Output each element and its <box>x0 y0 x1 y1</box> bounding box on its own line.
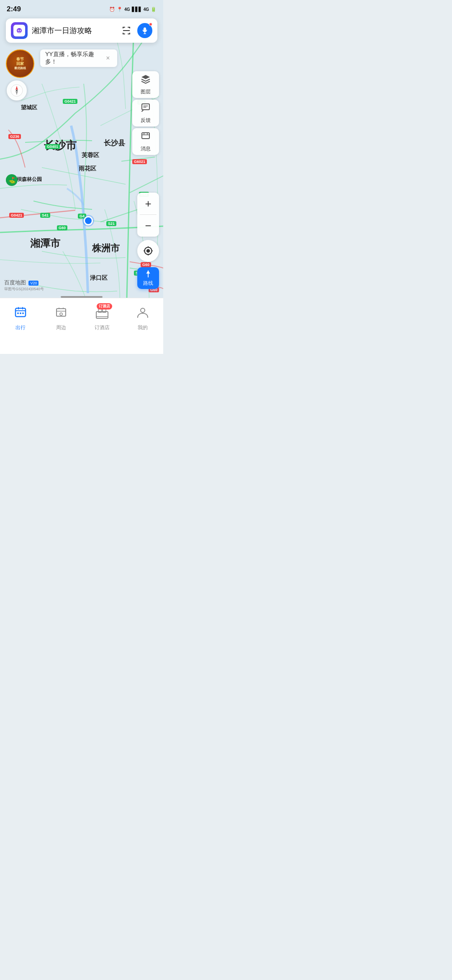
svg-point-8 <box>16 90 18 91</box>
tab-mine-icon-wrap <box>133 302 153 322</box>
zoom-out-button[interactable]: − <box>137 215 159 237</box>
status-bar: 2:49 ⏰ 📍 4G ▋▋▋ 4G 🔋 <box>0 0 163 18</box>
road-badge-g0421-mid: G0421 <box>9 213 24 218</box>
tab-bar: 出行 周边 订酒店 订酒店 <box>0 298 163 354</box>
svg-point-18 <box>17 312 19 314</box>
svg-rect-9 <box>142 104 149 110</box>
location-icon: 📍 <box>117 7 123 12</box>
road-badge-g0401: G0401 <box>45 144 60 149</box>
svg-point-26 <box>141 308 145 312</box>
hotel-badge: 订酒店 <box>97 303 112 309</box>
svg-point-11 <box>146 249 150 253</box>
tab-chuxing-label: 出行 <box>15 324 26 331</box>
ad-banner[interactable]: YY直播，畅享乐趣多！ × <box>40 49 117 67</box>
tab-chuxing[interactable]: 出行 <box>0 302 41 331</box>
tab-hotel-label: 订酒店 <box>95 324 110 331</box>
spring-festival-badge[interactable]: 春节 回家 最优路线 <box>6 49 34 78</box>
feedback-label: 反馈 <box>141 117 151 124</box>
road-badge-s21: S21 <box>106 221 116 226</box>
tab-zhoubian[interactable]: 周边 <box>41 302 82 331</box>
park-icon: ⛳ <box>6 174 18 186</box>
compass-button[interactable] <box>7 80 27 101</box>
svg-point-2 <box>18 30 19 31</box>
svg-point-20 <box>22 312 24 314</box>
tab-zhoubian-icon-wrap <box>51 302 71 322</box>
current-location-dot <box>84 216 93 225</box>
svg-point-3 <box>20 30 21 31</box>
svg-rect-23 <box>96 312 108 318</box>
road-badge-g60-right1: G60 <box>141 262 151 267</box>
route-button[interactable]: 路线 <box>137 267 159 289</box>
ai-avatar <box>11 22 28 39</box>
network-4g: 4G <box>124 7 130 12</box>
map-copyright: 审图号GS(2024)0540号 <box>4 286 44 292</box>
road-badge-g6021: G6021 <box>132 159 147 164</box>
ad-close-button[interactable]: × <box>104 54 112 62</box>
layers-button[interactable]: 图层 <box>132 71 159 98</box>
search-bar[interactable]: 湘潭市一日游攻略 <box>6 18 157 43</box>
tab-mine[interactable]: 我的 <box>123 302 164 331</box>
alarm-icon: ⏰ <box>109 7 115 12</box>
route-label: 路线 <box>143 280 153 287</box>
feedback-button[interactable]: 反馈 <box>132 100 159 126</box>
battery-icon: 🔋 <box>151 7 157 12</box>
scan-button[interactable] <box>120 24 133 37</box>
message-button[interactable]: 消息 <box>132 128 159 155</box>
message-icon <box>141 131 151 144</box>
road-badge-g236: G236 <box>8 134 21 139</box>
zoom-controls: + − <box>137 193 159 237</box>
map-attribution: 百度地图 V20 审图号GS(2024)0540号 <box>4 279 44 292</box>
road-badge-s41: S41 <box>40 213 50 218</box>
message-label: 消息 <box>141 145 151 152</box>
tab-hotel[interactable]: 订酒店 订酒店 <box>82 302 123 331</box>
road-badge-g60-left: G60 <box>57 225 67 230</box>
my-location-button[interactable] <box>137 240 159 262</box>
layers-icon <box>141 74 151 87</box>
zoom-in-button[interactable]: + <box>137 193 159 214</box>
tab-mine-label: 我的 <box>138 324 148 331</box>
map-version: V20 <box>28 281 39 286</box>
road-badge-g0421-top: G0421 <box>63 99 77 104</box>
tab-zhoubian-label: 周边 <box>56 324 66 331</box>
spring-badge-text2: 回家 <box>16 62 24 66</box>
map-brand: 百度地图 <box>4 279 26 286</box>
status-icons: ⏰ 📍 4G ▋▋▋ 4G 🔋 <box>109 7 157 12</box>
tab-chuxing-icon-wrap <box>10 302 31 322</box>
svg-point-22 <box>60 313 62 315</box>
tab-hotel-icon-wrap: 订酒店 <box>92 302 112 322</box>
ad-text: YY直播，畅享乐趣多！ <box>45 51 104 66</box>
feedback-icon <box>141 103 151 115</box>
layers-label: 图层 <box>141 88 151 95</box>
signal-bars: ▋▋▋ <box>132 7 142 12</box>
status-time: 2:49 <box>7 5 21 13</box>
network-4g2: 4G <box>144 7 149 12</box>
svg-point-19 <box>20 312 21 314</box>
mic-badge <box>149 23 152 26</box>
svg-rect-10 <box>142 133 149 139</box>
spring-badge-text1: 春节 <box>16 57 24 62</box>
right-controls: 图层 反馈 消息 <box>132 71 159 155</box>
spring-badge-text3: 最优路线 <box>14 66 26 70</box>
search-input[interactable]: 湘潭市一日游攻略 <box>32 26 116 36</box>
